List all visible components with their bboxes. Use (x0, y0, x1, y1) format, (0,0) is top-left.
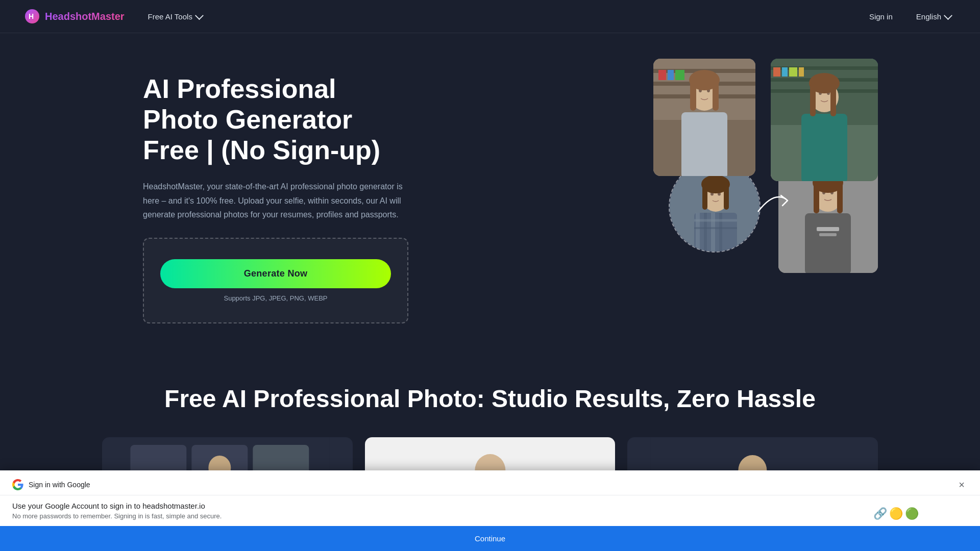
close-google-overlay-button[interactable]: × (955, 479, 968, 491)
svg-rect-8 (668, 70, 674, 80)
section-title: Free AI Professional Photo: Studio Resul… (0, 354, 980, 433)
logo-icon: H (24, 9, 40, 24)
svg-rect-42 (819, 233, 837, 236)
google-overlay-body: Use your Google Account to sign in to he… (0, 495, 980, 526)
svg-rect-24 (789, 67, 797, 77)
upload-box[interactable]: Generate Now Supports JPG, JPEG, PNG, WE… (143, 238, 408, 323)
svg-rect-39 (814, 183, 819, 213)
continue-with-google-button[interactable]: Continue (0, 526, 980, 551)
navbar: H HeadshotMaster Free AI Tools Sign in E… (0, 0, 980, 33)
photo-card-top-right (771, 59, 878, 181)
logo-text: HeadshotMaster (45, 11, 125, 22)
svg-rect-32 (830, 83, 836, 116)
svg-rect-23 (782, 67, 788, 77)
google-overlay-footer: Continue (0, 526, 980, 551)
svg-rect-45 (694, 213, 737, 253)
sign-in-button[interactable]: Sign in (863, 9, 899, 24)
free-ai-tools-label: Free AI Tools (148, 12, 192, 21)
google-signin-overlay: Sign in with Google × Use your Google Ac… (0, 470, 980, 551)
photo-card-top-left (653, 59, 755, 176)
logo[interactable]: H HeadshotMaster (24, 9, 125, 24)
language-label: English (916, 12, 941, 21)
google-brand: Sign in with Google (12, 479, 90, 490)
free-ai-tools-button[interactable]: Free AI Tools (143, 9, 207, 24)
google-sub-text: No more passwords to remember. Signing i… (12, 512, 968, 520)
google-signin-title: Sign in with Google (29, 481, 90, 489)
hero-title: AI Professional Photo Generator Free | (… (143, 74, 408, 165)
hero-description: HeadshotMaster, your state-of-the-art AI… (143, 180, 408, 221)
svg-rect-16 (713, 80, 719, 111)
google-main-text: Use your Google Account to sign in to he… (12, 502, 968, 510)
generate-now-button[interactable]: Generate Now (160, 259, 391, 288)
navbar-left: H HeadshotMaster Free AI Tools (24, 9, 207, 24)
svg-rect-56 (724, 184, 729, 210)
svg-rect-7 (658, 70, 666, 80)
hero-section: AI Professional Photo Generator Free | (… (0, 33, 980, 354)
svg-rect-22 (773, 67, 780, 77)
svg-rect-25 (799, 67, 804, 77)
google-overlay-header: Sign in with Google × (0, 470, 980, 495)
svg-rect-55 (702, 184, 707, 210)
svg-rect-15 (690, 80, 696, 111)
photo-image-1 (653, 59, 755, 176)
transformation-arrow (753, 181, 794, 222)
language-selector-button[interactable]: English (911, 9, 955, 24)
navbar-right: Sign in English (863, 9, 955, 24)
svg-rect-9 (675, 70, 684, 80)
chevron-down-icon (195, 11, 204, 20)
google-logo-icon (12, 479, 23, 490)
svg-rect-41 (817, 227, 839, 231)
svg-text:H: H (29, 12, 34, 20)
svg-rect-35 (805, 213, 851, 273)
svg-rect-40 (837, 183, 843, 213)
svg-rect-31 (810, 83, 816, 116)
hero-image-collage (653, 59, 878, 273)
language-chevron-icon (944, 11, 952, 20)
photo-image-2 (771, 59, 878, 181)
svg-rect-11 (681, 112, 727, 176)
svg-rect-27 (801, 114, 847, 181)
supports-text: Supports JPG, JPEG, PNG, WEBP (160, 294, 391, 302)
hero-content: AI Professional Photo Generator Free | (… (143, 64, 408, 323)
